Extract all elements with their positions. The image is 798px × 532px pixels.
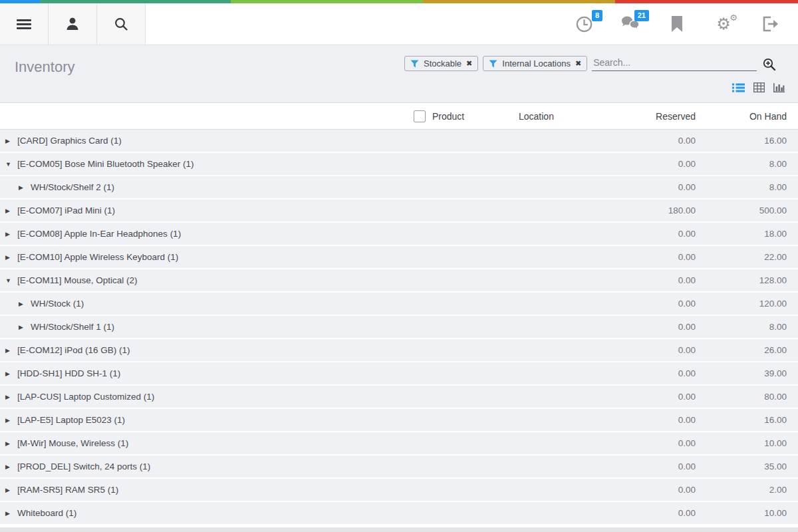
caret-icon[interactable]: ▶: [5, 510, 14, 517]
caret-icon[interactable]: ▶: [5, 417, 14, 424]
caret-icon[interactable]: ▶: [5, 370, 14, 377]
row-reserved-value: 0.00: [576, 299, 696, 309]
table-row[interactable]: ▶ [LAP-E5] Laptop E5023 (1) 0.00 16.00: [0, 409, 798, 432]
column-header-on-hand[interactable]: On Hand: [749, 103, 787, 130]
filter-chip-label: Internal Locations: [502, 59, 571, 68]
gear-icon: ⚙: [716, 16, 731, 32]
caret-icon[interactable]: ▶: [19, 324, 27, 331]
filter-chip-stockable[interactable]: Stockable ✖: [404, 56, 478, 71]
caret-icon[interactable]: ▶: [5, 394, 14, 400]
column-header-location[interactable]: Location: [519, 103, 554, 130]
chart-view-button[interactable]: [773, 82, 785, 92]
caret-icon[interactable]: ▶: [5, 464, 14, 470]
search-input[interactable]: [592, 56, 757, 71]
row-label: [HDD-SH1] HDD SH-1 (1): [17, 368, 120, 378]
row-on-hand-value: 8.00: [696, 159, 798, 169]
filter-chip-internal-locations[interactable]: Internal Locations ✖: [483, 56, 587, 71]
logout-button[interactable]: [761, 15, 779, 33]
row-on-hand-value: 26.00: [696, 345, 798, 355]
page-title: Inventory: [15, 59, 75, 76]
activity-badge: 8: [592, 10, 602, 21]
caret-icon[interactable]: ▶: [5, 138, 14, 144]
column-header-product[interactable]: Product: [432, 103, 464, 130]
row-reserved-value: 0.00: [576, 252, 696, 262]
row-label: [E-COM05] Bose Mini Bluetooth Speaker (1…: [17, 159, 194, 169]
settings-button[interactable]: ⚙ ⚙: [714, 15, 733, 33]
table-row[interactable]: ▶ [E-COM08] Apple In-Ear Headphones (1) …: [0, 223, 798, 246]
table-row[interactable]: ▶ [LAP-CUS] Laptop Customized (1) 0.00 8…: [0, 386, 798, 409]
table-row[interactable]: ▶ WH/Stock/Shelf 1 (1) 0.00 8.00: [0, 316, 798, 339]
caret-icon[interactable]: ▼: [5, 277, 14, 284]
row-on-hand-value: 8.00: [696, 182, 798, 192]
search-more-icon[interactable]: [762, 57, 777, 72]
caret-icon[interactable]: ▼: [5, 161, 14, 168]
row-label: [E-COM12] iPod (16 GB) (1): [17, 345, 130, 355]
table-row[interactable]: ▶ WH/Stock (1) 0.00 120.00: [0, 293, 798, 316]
caret-icon[interactable]: ▶: [5, 347, 14, 354]
close-icon[interactable]: ✖: [466, 59, 472, 68]
navbar-spacer: [146, 3, 575, 45]
table-row[interactable]: ▶ WH/Stock/Shelf 2 (1) 0.00 8.00: [0, 176, 798, 200]
row-label: [CARD] Graphics Card (1): [17, 136, 122, 146]
table-row[interactable]: ▶ [CARD] Graphics Card (1) 0.00 16.00: [0, 130, 798, 153]
table-row[interactable]: ▼ [E-COM11] Mouse, Optical (2) 0.00 128.…: [0, 269, 798, 293]
search-button[interactable]: [97, 3, 146, 45]
row-reserved-value: 0.00: [576, 508, 696, 518]
table-row[interactable]: ▶ [RAM-SR5] RAM SR5 (1) 0.00 2.00: [0, 479, 798, 502]
row-reserved-value: 0.00: [576, 345, 696, 355]
row-on-hand-value: 10.00: [696, 438, 798, 448]
user-icon: [65, 16, 80, 32]
menu-button[interactable]: [0, 3, 49, 45]
table-row[interactable]: ▶ [PROD_DEL] Switch, 24 ports (1) 0.00 3…: [0, 456, 798, 479]
row-on-hand-value: 128.00: [696, 275, 798, 285]
row-on-hand-value: 120.00: [696, 299, 798, 309]
activities-button[interactable]: 8: [575, 15, 593, 33]
close-icon[interactable]: ✖: [575, 59, 581, 68]
caret-icon[interactable]: ▶: [5, 487, 14, 493]
row-label: Whiteboard (1): [17, 508, 76, 518]
list-view-button[interactable]: [732, 83, 745, 92]
caret-icon[interactable]: ▶: [5, 207, 14, 214]
table-row[interactable]: ▶ Whiteboard (1) 0.00 10.00: [0, 502, 798, 525]
caret-icon[interactable]: ▶: [5, 231, 14, 237]
row-label: [E-COM11] Mouse, Optical (2): [17, 275, 138, 285]
bookmark-button[interactable]: [668, 15, 686, 33]
row-on-hand-value: 35.00: [696, 462, 798, 471]
bottom-scroll-strip[interactable]: [0, 527, 798, 532]
row-label: [M-Wir] Mouse, Wireless (1): [17, 438, 128, 448]
row-label: [E-COM10] Apple Wireless Keyboard (1): [17, 252, 178, 262]
table-row[interactable]: ▼ [E-COM05] Bose Mini Bluetooth Speaker …: [0, 153, 798, 176]
table-row[interactable]: ▶ [E-COM07] iPad Mini (1) 180.00 500.00: [0, 200, 798, 223]
table-header: Product Location Reserved On Hand: [0, 103, 798, 130]
table-row[interactable]: ▶ [E-COM10] Apple Wireless Keyboard (1) …: [0, 246, 798, 269]
messages-button[interactable]: 21: [621, 15, 640, 33]
row-reserved-value: 0.00: [576, 415, 696, 425]
select-all-checkbox[interactable]: [414, 110, 426, 122]
gear-small-icon: ⚙: [730, 13, 737, 23]
filter-funnel-icon: [489, 60, 497, 68]
row-label: WH/Stock/Shelf 2 (1): [31, 182, 114, 192]
top-navbar: 8 21 ⚙ ⚙: [0, 3, 798, 45]
caret-icon[interactable]: ▶: [5, 440, 14, 447]
row-reserved-value: 0.00: [576, 438, 696, 448]
table-row[interactable]: ▶ [HDD-SH1] HDD SH-1 (1) 0.00 39.00: [0, 362, 798, 386]
row-label: [E-COM07] iPad Mini (1): [17, 205, 115, 215]
row-reserved-value: 0.00: [576, 322, 696, 332]
column-header-reserved[interactable]: Reserved: [656, 103, 696, 130]
caret-icon[interactable]: ▶: [19, 184, 27, 191]
message-badge: 21: [634, 10, 649, 21]
filter-funnel-icon: [410, 60, 419, 68]
user-button[interactable]: [49, 3, 97, 45]
row-on-hand-value: 39.00: [696, 368, 798, 378]
caret-icon[interactable]: ▶: [5, 254, 14, 261]
row-reserved-value: 0.00: [576, 275, 696, 285]
pivot-view-button[interactable]: [753, 82, 765, 92]
row-on-hand-value: 18.00: [696, 229, 798, 239]
row-label: WH/Stock/Shelf 1 (1): [31, 322, 114, 332]
row-on-hand-value: 10.00: [696, 508, 798, 518]
row-on-hand-value: 16.00: [696, 136, 798, 146]
caret-icon[interactable]: ▶: [19, 301, 27, 307]
table-row[interactable]: ▶ [M-Wir] Mouse, Wireless (1) 0.00 10.00: [0, 432, 798, 456]
row-on-hand-value: 22.00: [696, 252, 798, 262]
table-row[interactable]: ▶ [E-COM12] iPod (16 GB) (1) 0.00 26.00: [0, 339, 798, 362]
